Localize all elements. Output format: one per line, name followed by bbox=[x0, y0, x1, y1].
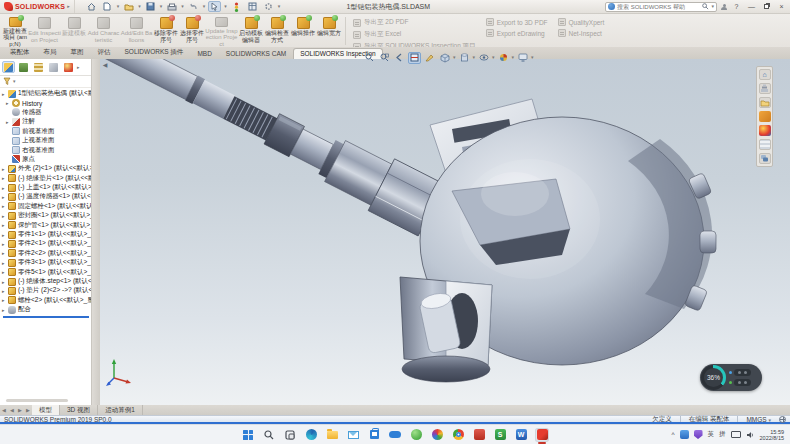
edit-inspection-project-button[interactable]: Edit Inspection Project bbox=[28, 15, 61, 47]
start-button[interactable] bbox=[241, 428, 255, 442]
tree-item-component[interactable]: ▸零件1<1> (默认<<默认>_显示状态 bbox=[1, 230, 91, 239]
ime-pinyin-indicator[interactable]: 拼 bbox=[719, 430, 726, 439]
solidworks-taskbar-button[interactable] bbox=[535, 428, 549, 442]
view-orientation-icon[interactable] bbox=[438, 52, 451, 64]
file-explorer-icon[interactable] bbox=[759, 97, 771, 108]
tree-horizontal-scrollbar[interactable] bbox=[6, 399, 68, 402]
options-button[interactable] bbox=[262, 1, 275, 12]
microsoft-store-button[interactable] bbox=[367, 428, 381, 442]
chrome-button[interactable] bbox=[451, 428, 465, 442]
print-dropdown-arrow[interactable]: ▾ bbox=[181, 4, 184, 9]
new-dropdown-arrow[interactable]: ▾ bbox=[117, 4, 120, 9]
tray-chevron[interactable]: ^ bbox=[671, 431, 674, 438]
units-selector[interactable]: MMGS ▾ bbox=[746, 416, 771, 423]
undo-button[interactable] bbox=[187, 1, 200, 12]
app-colorwheel-button[interactable] bbox=[430, 428, 444, 442]
configurationmanager-tab[interactable] bbox=[32, 61, 45, 73]
remove-balloons-button[interactable]: 移除零件序号 bbox=[153, 15, 179, 47]
rollback-bar[interactable] bbox=[3, 316, 89, 318]
tree-item-component[interactable]: ▸(-) 绝缘体.step<1> (默认<<默认> bbox=[1, 277, 91, 286]
tree-item-top-plane[interactable]: ▸上视基准面 bbox=[1, 136, 91, 145]
file-properties-button[interactable] bbox=[246, 1, 259, 12]
tab-overflow-arrow[interactable]: ▸ bbox=[77, 65, 80, 70]
appearances-scenes-icon[interactable] bbox=[759, 125, 771, 136]
tab-assembly[interactable]: 装配体 bbox=[3, 46, 37, 59]
tree-item-sensors[interactable]: ▸传感器 bbox=[1, 108, 91, 117]
view-orientation-dropdown[interactable]: ▾ bbox=[453, 55, 456, 60]
panel-splitter[interactable] bbox=[92, 59, 100, 405]
user-account-icon[interactable] bbox=[721, 4, 727, 10]
filter-funnel-icon[interactable] bbox=[3, 77, 11, 85]
zoom-badge-widget[interactable]: 36% bbox=[700, 364, 762, 391]
edit-allowance-button[interactable]: 编辑宽方 bbox=[316, 15, 342, 47]
add-characteristic-button[interactable]: Add Characteristic bbox=[87, 15, 120, 47]
expand-arrow[interactable]: ▸ bbox=[6, 100, 10, 106]
3d-model[interactable] bbox=[100, 59, 760, 405]
view-palette-icon[interactable] bbox=[759, 111, 771, 122]
help-search-box[interactable]: ▾ bbox=[605, 2, 717, 12]
tab-evaluate[interactable]: 评估 bbox=[91, 46, 118, 59]
restore-button[interactable] bbox=[761, 2, 772, 12]
open-dropdown-arrow[interactable]: ▾ bbox=[138, 4, 141, 9]
tray-blue-app-icon[interactable] bbox=[680, 430, 689, 439]
tree-item-component[interactable]: ▸零件2<2> (默认<<默认>_显示状态 bbox=[1, 249, 91, 258]
select-button[interactable] bbox=[208, 1, 221, 12]
tree-item-component[interactable]: ▸保护管<1> (默认<<默认>_显示状态 bbox=[1, 220, 91, 229]
select-balloons-button[interactable]: 选择零件序号 bbox=[179, 15, 205, 47]
tree-item-component[interactable]: ▸零件2<1> (默认<<默认>_显示状态 bbox=[1, 239, 91, 248]
tree-item-component[interactable]: ▸(-) 温度传感器<1> (默认<<默认>_ bbox=[1, 192, 91, 201]
tray-shield-icon[interactable] bbox=[694, 430, 703, 439]
net-inspect-item[interactable]: Net-Inspect bbox=[558, 29, 605, 37]
units-dropdown-arrow[interactable]: ▾ bbox=[768, 417, 771, 423]
export-3d-pdf-item[interactable]: Export to 3D PDF bbox=[486, 18, 548, 26]
tree-item-annotations[interactable]: ▸注解 bbox=[1, 117, 91, 126]
tree-item-history[interactable]: ▸History bbox=[1, 98, 91, 107]
display-style-icon[interactable] bbox=[458, 52, 471, 64]
minimize-button[interactable]: — bbox=[746, 2, 757, 12]
task-view-button[interactable] bbox=[283, 428, 297, 442]
update-inspection-project-button[interactable]: Update Inspection Project bbox=[205, 15, 238, 47]
design-library-icon[interactable] bbox=[759, 83, 771, 94]
dictionary-button[interactable] bbox=[472, 428, 486, 442]
expand-arrow[interactable]: ▸ bbox=[2, 260, 6, 266]
expand-arrow[interactable]: ▸ bbox=[2, 185, 6, 191]
volume-icon[interactable] bbox=[746, 431, 755, 439]
print-button[interactable] bbox=[165, 1, 178, 12]
featuremanager-tree-tab[interactable] bbox=[2, 61, 15, 73]
tab-3d-views[interactable]: 3D 视图 bbox=[60, 405, 98, 415]
solidworks-resources-icon[interactable]: ⌂ bbox=[759, 69, 771, 80]
export-edrawing-item[interactable]: Export eDrawing bbox=[486, 29, 548, 37]
expand-arrow[interactable]: ▸ bbox=[2, 250, 6, 256]
add-edit-balloons-button[interactable]: Add/Edit Balloons bbox=[120, 15, 153, 47]
edit-operations-button[interactable]: 编辑操作 bbox=[290, 15, 316, 47]
word-button[interactable]: W bbox=[514, 428, 528, 442]
expand-arrow[interactable]: ▸ bbox=[2, 241, 6, 247]
propertymanager-tab[interactable] bbox=[17, 61, 30, 73]
export-excel-item[interactable]: 导出至 Excel bbox=[353, 30, 476, 39]
widget-button-bottom[interactable] bbox=[734, 379, 751, 386]
expand-arrow[interactable]: ▸ bbox=[2, 279, 6, 285]
select-dropdown-arrow[interactable]: ▾ bbox=[224, 4, 227, 9]
home-button[interactable] bbox=[85, 1, 98, 12]
tab-nav-prev[interactable]: ◀ bbox=[8, 407, 16, 413]
save-dropdown-arrow[interactable]: ▾ bbox=[160, 4, 163, 9]
custom-properties-icon[interactable] bbox=[759, 139, 771, 150]
expand-arrow[interactable]: ▸ bbox=[2, 194, 6, 200]
expand-arrow[interactable]: ▸ bbox=[2, 91, 6, 97]
expand-arrow[interactable]: ▸ bbox=[2, 288, 6, 294]
app-s-button[interactable]: S bbox=[493, 428, 507, 442]
expand-arrow[interactable]: ▸ bbox=[2, 232, 6, 238]
search-icon[interactable] bbox=[702, 3, 709, 10]
edit-inspection-methods-button[interactable]: 编辑检查方式 bbox=[264, 15, 290, 47]
solidworks-forum-icon[interactable] bbox=[759, 153, 771, 164]
expand-arrow[interactable]: ▸ bbox=[2, 175, 6, 181]
ime-english-indicator[interactable]: 英 bbox=[708, 430, 715, 439]
tree-item-component[interactable]: ▸密封圈<1> (默认<<默认>_显示状态 bbox=[1, 211, 91, 220]
expand-arrow[interactable]: ▸ bbox=[2, 307, 6, 313]
tab-motion-study[interactable]: 运动算例1 bbox=[98, 405, 143, 415]
taskbar-search-button[interactable] bbox=[262, 428, 276, 442]
mail-button[interactable] bbox=[346, 428, 360, 442]
tree-item-component[interactable]: ▸(-) 绝缘垫片<1> (默认<<默认>_显 bbox=[1, 174, 91, 183]
expand-arrow[interactable]: ▸ bbox=[2, 203, 6, 209]
tab-nav-next[interactable]: ▶ bbox=[16, 407, 24, 413]
